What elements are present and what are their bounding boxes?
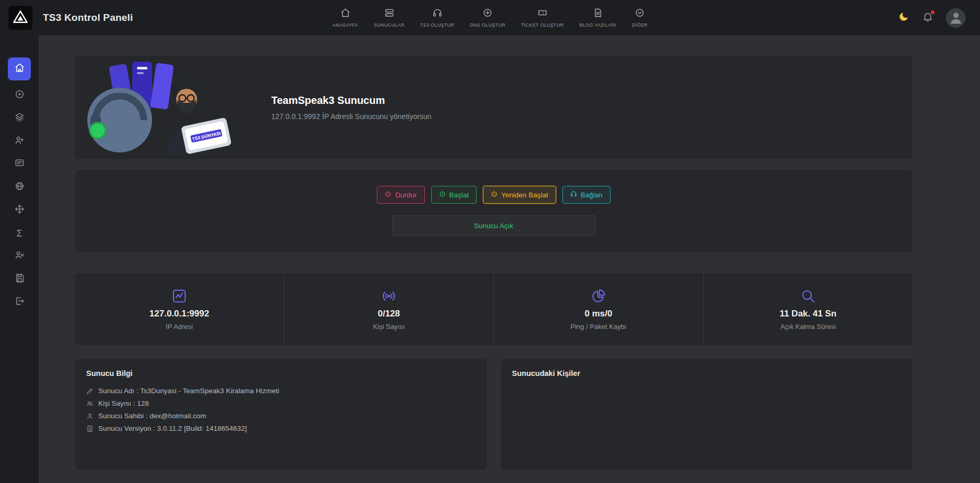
moon-icon bbox=[898, 11, 909, 25]
nav-item-blog-yazilari[interactable]: BLOG YAZILARI bbox=[580, 8, 617, 28]
servers-icon bbox=[384, 8, 394, 20]
online-users-panel: Sunucudaki Kişiler bbox=[500, 358, 914, 470]
panel-title: Sunucudaki Kişiler bbox=[512, 369, 902, 378]
users-icon bbox=[86, 400, 94, 407]
nav-item-anasayfa[interactable]: ANASAYFA bbox=[332, 8, 358, 28]
stat-user-count: 0/128 Kişi Sayısı bbox=[284, 273, 493, 345]
stat-label: İP Adresi bbox=[166, 323, 193, 331]
sidebar-item-messages[interactable] bbox=[8, 156, 31, 172]
server-subtitle: 127.0.0.1:9992 İP Adresli Sunucunu yönet… bbox=[271, 112, 431, 121]
stats-card: 127.0.0.1:9992 İP Adresi 0/128 Kişi Sayı… bbox=[74, 273, 913, 346]
target-icon bbox=[15, 89, 25, 102]
nav-label: TİCKET OLUŞTUR bbox=[521, 22, 564, 28]
panel-title: Sunucu Bilgi bbox=[86, 369, 476, 378]
connect-button[interactable]: Bağlan bbox=[562, 186, 610, 204]
sidebar-item-remove-user[interactable] bbox=[8, 248, 31, 264]
sidebar-item-add-user[interactable] bbox=[8, 133, 31, 149]
user-count-row: Kişi Sayısı : 128 bbox=[86, 399, 476, 407]
nav-item-dns-olustur[interactable]: DNS OLUŞTUR bbox=[470, 8, 505, 28]
topbar-right bbox=[898, 8, 980, 28]
button-label: Yeniden Başlat bbox=[501, 191, 548, 199]
stat-value: 127.0.0.1:9992 bbox=[149, 309, 209, 319]
sidebar-item-home[interactable] bbox=[8, 57, 31, 80]
nav-label: DİĞER bbox=[632, 22, 648, 28]
ticket-icon bbox=[537, 8, 547, 20]
sidebar-item-move[interactable] bbox=[8, 202, 31, 218]
sigma-icon: Σ bbox=[16, 228, 22, 239]
nav-item-ts3-olustur[interactable]: TS3 OLUŞTUR bbox=[420, 8, 454, 28]
power-icon bbox=[491, 191, 498, 199]
pencil-icon bbox=[86, 387, 94, 395]
bottom-row: Sunucu Bilgi Sunucu Adı : Ts3Dunyasi - T… bbox=[74, 358, 913, 470]
button-label: Durdur bbox=[395, 191, 417, 199]
topbar: TS3 Kontrol Paneli ANASAYFA SUNUCULAR TS… bbox=[0, 0, 980, 36]
home-icon bbox=[15, 63, 25, 75]
layers-icon bbox=[15, 112, 25, 125]
save-icon bbox=[15, 273, 25, 286]
app-title: TS3 Kontrol Paneli bbox=[43, 12, 133, 23]
dark-mode-toggle[interactable] bbox=[898, 11, 909, 25]
nav-label: SUNUCULAR bbox=[374, 22, 405, 28]
start-server-button[interactable]: Başlat bbox=[431, 186, 477, 204]
server-name-row: Sunucu Adı : Ts3Dunyasi - TeamSpeak3 Kir… bbox=[86, 387, 476, 395]
brand: TS3 Kontrol Paneli bbox=[0, 6, 172, 30]
info-text: Sunucu Adı : Ts3Dunyasi - TeamSpeak3 Kir… bbox=[98, 387, 279, 395]
user-avatar[interactable] bbox=[946, 8, 965, 28]
nav-label: BLOG YAZILARI bbox=[580, 22, 617, 28]
notifications-button[interactable] bbox=[922, 11, 933, 25]
stat-label: Kişi Sayısı bbox=[373, 323, 405, 331]
broadcast-icon bbox=[381, 288, 397, 305]
headset-icon bbox=[432, 8, 442, 20]
server-info-panel: Sunucu Bilgi Sunucu Adı : Ts3Dunyasi - T… bbox=[74, 358, 488, 470]
top-navigation: ANASAYFA SUNUCULAR TS3 OLUŞTUR DNS OLUŞT… bbox=[332, 0, 648, 36]
power-icon bbox=[439, 191, 446, 199]
button-label: Başlat bbox=[449, 191, 469, 199]
chevron-down-circle-icon bbox=[635, 8, 645, 20]
nav-item-sunucular[interactable]: SUNUCULAR bbox=[374, 8, 405, 28]
message-edit-icon bbox=[15, 158, 25, 171]
user-remove-icon bbox=[15, 250, 25, 263]
nav-label: TS3 OLUŞTUR bbox=[420, 22, 454, 28]
user-plus-icon bbox=[15, 135, 25, 148]
sidebar-item-sigma[interactable]: Σ bbox=[8, 225, 31, 241]
headset-icon bbox=[570, 191, 577, 199]
search-icon bbox=[800, 288, 816, 305]
stat-value: 0/128 bbox=[378, 309, 400, 319]
stat-value: 11 Dak. 41 Sn bbox=[780, 309, 837, 319]
info-text: Kişi Sayısı : 128 bbox=[98, 399, 149, 407]
blog-posts-icon bbox=[593, 8, 603, 20]
restart-server-button[interactable]: Yeniden Başlat bbox=[483, 186, 556, 204]
sidebar-item-save[interactable] bbox=[8, 271, 31, 287]
info-text: Sunucu Sahibi : dex@hotmail.com bbox=[98, 412, 206, 420]
server-actions: Durdur Başlat Yeniden Başlat Bağlan bbox=[377, 186, 610, 204]
nav-label: DNS OLUŞTUR bbox=[470, 22, 505, 28]
nav-item-ticket-olustur[interactable]: TİCKET OLUŞTUR bbox=[521, 8, 564, 28]
sidebar: Σ bbox=[0, 36, 39, 483]
app-logo[interactable] bbox=[8, 6, 32, 30]
home-icon bbox=[340, 8, 350, 20]
hero-illustration: TS3 DÜNYASI bbox=[83, 61, 235, 155]
nav-item-diger[interactable]: DİĞER bbox=[632, 8, 648, 28]
person-icon bbox=[948, 9, 964, 27]
stat-label: Açık Kalma Süresi bbox=[780, 323, 836, 331]
building-icon bbox=[86, 425, 94, 432]
stat-value: 0 ms/0 bbox=[585, 309, 613, 319]
stop-server-button[interactable]: Durdur bbox=[377, 186, 424, 204]
server-status-button[interactable]: Sunucu Açık bbox=[392, 215, 596, 236]
button-label: Bağlan bbox=[581, 191, 603, 199]
stat-uptime: 11 Dak. 41 Sn Açık Kalma Süresi bbox=[703, 273, 913, 345]
sidebar-item-target[interactable] bbox=[8, 87, 31, 103]
nav-label: ANASAYFA bbox=[332, 22, 358, 28]
activity-chart-icon bbox=[171, 288, 187, 305]
sidebar-item-layers[interactable] bbox=[8, 110, 31, 126]
stat-label: Ping / Paket Kaybı bbox=[571, 323, 627, 331]
main-content: TS3 DÜNYASI TeamSpeak3 Sunucum 127.0.0.1… bbox=[39, 36, 980, 483]
stat-ping: 0 ms/0 Ping / Paket Kaybı bbox=[493, 273, 703, 345]
sidebar-item-globe[interactable] bbox=[8, 179, 31, 195]
pie-chart-icon bbox=[591, 288, 606, 305]
triangle-logo-icon bbox=[13, 9, 28, 27]
server-title: TeamSpeak3 Sunucum bbox=[271, 95, 431, 107]
info-text: Sunucu Versiyon : 3.0.11.2 [Build: 14186… bbox=[98, 425, 247, 432]
notification-dot bbox=[931, 10, 935, 14]
sidebar-item-logout[interactable] bbox=[8, 294, 31, 310]
